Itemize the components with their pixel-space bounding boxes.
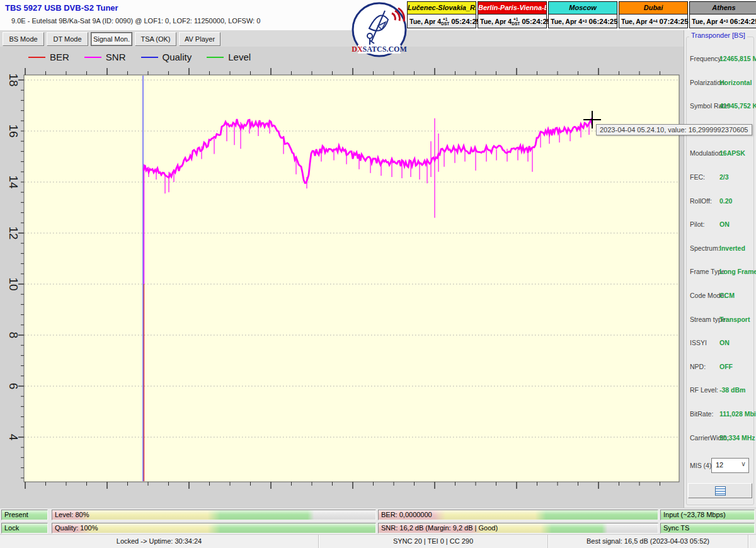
clock-utc-offset: +4: [653, 19, 657, 23]
clock-panel: Berlin-Paris-Vienna-Belgrade Tue, Apr 4 …: [478, 1, 547, 28]
logo-text-rest: SATCS.COM: [363, 45, 407, 54]
status-progress-bar: SNR: 16,2 dB (Margin: 9,2 dB | Good): [378, 523, 658, 534]
clock-time-row: Tue, Apr 4 +3 06:24:25: [549, 14, 617, 28]
status-bar-label: Lock: [4, 524, 19, 532]
clock-city-label: Lučenec-Slovakia_R.Dávid: [408, 2, 476, 14]
stream-list-button[interactable]: [688, 483, 752, 498]
field-value: Horizontal: [719, 79, 752, 86]
status-bar: Locked -> Uptime: 30:34:24SYNC 20 | TEI …: [0, 534, 756, 548]
status-progress-bar: Present: [1, 510, 48, 520]
field-value: Transport: [719, 316, 750, 323]
app-title: TBS 5927 USB DVB-S2 Tuner: [5, 3, 118, 13]
clock-date: Tue, Apr 4: [621, 18, 653, 25]
transponder-field-row: Polarization: Horizontal: [687, 72, 753, 96]
status-progress-bar: Lock: [1, 523, 48, 534]
svg-text:4: 4: [7, 434, 20, 441]
transponder-fields: Frequency: 12465,815 MHz Polarization: H…: [687, 49, 753, 451]
transponder-field-row: RollOff: 0.20: [687, 191, 753, 215]
field-label: Spectrum:: [690, 244, 720, 252]
signal-status-bars: Present Level: 80% BER: 0,0000000 Input …: [0, 508, 756, 535]
legend-item: BER: [28, 52, 69, 62]
clock-utc-offset: +1DST: [512, 17, 520, 26]
legend-item: SNR: [84, 52, 126, 62]
field-label: FEC:: [690, 173, 705, 181]
status-bar-label: Level: 80%: [55, 511, 89, 518]
status-bar-label: Sync TS: [663, 524, 689, 532]
legend-color-line: [141, 57, 158, 58]
transponder-field-row: Modulation: 16APSK: [687, 143, 753, 167]
transponder-groupbox-title: Transponder [BS]: [689, 31, 747, 39]
field-label: RollOff:: [690, 197, 712, 205]
tab-dt-mode[interactable]: DT Mode: [47, 32, 88, 46]
tab-tsa-ok-[interactable]: TSA (OK): [135, 32, 176, 46]
status-bar-section: [748, 535, 756, 548]
field-value: Inverted: [719, 244, 745, 252]
clock-date: Tue, Apr 4: [480, 18, 512, 25]
transponder-field-row: BitRate: 111,028 Mbit/s: [687, 404, 753, 428]
clock-city-label: Dubai: [619, 2, 687, 14]
world-clocks: Lučenec-Slovakia_R.Dávid Tue, Apr 4 +1DS…: [407, 1, 756, 28]
transponder-field-row: ISSYI ON: [687, 333, 753, 357]
legend-label: SNR: [106, 52, 126, 62]
field-value: Long Frame: [719, 268, 756, 275]
mis-selected-value: 12: [716, 461, 723, 469]
transponder-field-row: FEC: 2/3: [687, 167, 753, 191]
legend-color-line: [28, 57, 45, 58]
transponder-field-row: Symbol Rate: 41945,752 KS/s: [687, 96, 753, 120]
transponder-field-row: Spectrum: Inverted: [687, 238, 753, 262]
field-label: NPD:: [690, 363, 706, 370]
field-value: 16APSK: [719, 149, 745, 157]
tab-bs-mode[interactable]: BS Mode: [3, 32, 44, 46]
transponder-field-row: Stream type: Transport: [687, 309, 753, 333]
svg-text:DXSATCS.COM: DXSATCS.COM: [352, 45, 406, 54]
field-value: 12465,815 MHz: [719, 55, 756, 62]
field-value: OFF: [719, 363, 733, 370]
legend-color-line: [84, 57, 101, 58]
tab-av-player[interactable]: AV Player: [179, 32, 220, 46]
clock-time-row: Tue, Apr 4 +1DST 05:24:25: [408, 14, 476, 28]
mis-select[interactable]: 12 ∨: [711, 458, 749, 473]
field-label: BitRate:: [690, 410, 713, 418]
svg-text:14: 14: [7, 175, 20, 189]
clock-utc-offset: +3: [582, 19, 587, 23]
transponder-field-row: CarrierWidth: 50,334 MHz: [687, 428, 753, 452]
legend-item: Level: [207, 52, 251, 62]
tab-signal-mon-[interactable]: Signal Mon.: [91, 32, 132, 46]
field-label: RF Level:: [690, 386, 718, 394]
svg-text:12: 12: [7, 226, 20, 239]
chart-tooltip: 2023-04-04 05.24.10, value: 16,299999237…: [596, 124, 752, 135]
transponder-field-row: Frame Type: Long Frame: [687, 261, 753, 285]
mis-label: MIS (4):: [690, 462, 713, 469]
transponder-field-row: NPD: OFF: [687, 357, 753, 380]
chevron-down-icon: ∨: [741, 460, 746, 468]
field-label: Frequency:: [690, 55, 723, 62]
legend-label: BER: [50, 52, 69, 62]
status-progress-bar: Sync TS: [660, 523, 755, 534]
status-bar-label: BER: 0,0000000: [381, 511, 432, 518]
mis-row: MIS (4): 12 ∨: [690, 458, 750, 473]
snr-history-chart[interactable]: 1816141210864: [0, 47, 684, 508]
svg-text:10: 10: [7, 277, 20, 290]
logo-text-dx: DX: [352, 45, 363, 54]
transponder-groupbox: Transponder [BS] Frequency: 12465,815 MH…: [686, 37, 754, 505]
clock-panel: Dubai Tue, Apr 4 +4 07:24:25: [619, 1, 688, 28]
clock-time-row: Tue, Apr 4 +1DST 05:24:25: [478, 14, 546, 28]
status-bar-section: Best signal: 16,5 dB (2023-04-03 05:52): [548, 535, 748, 548]
field-label: ISSYI: [690, 339, 707, 346]
clock-time-row: Tue, Apr 4 +3 06:24:25: [690, 14, 756, 28]
field-value: 0.20: [719, 197, 732, 205]
clock-date: Tue, Apr 4: [551, 18, 582, 25]
clock-panel: Athens Tue, Apr 4 +3 06:24:25: [689, 1, 756, 28]
clock-time: 05:24:25: [451, 18, 480, 25]
field-value: ON: [719, 220, 730, 228]
legend-label: Level: [228, 52, 251, 62]
clock-city-label: Athens: [690, 2, 756, 14]
clock-panel: Lučenec-Slovakia_R.Dávid Tue, Apr 4 +1DS…: [407, 1, 476, 28]
status-bar-label: Quality: 100%: [55, 524, 98, 532]
dxsatcs-logo: DXSATCS.COM: [350, 1, 408, 59]
status-bar-section: SYNC 20 | TEI 0 | CC 290: [319, 535, 548, 548]
satellite-dish-icon: DXSATCS.COM: [350, 1, 408, 59]
clock-utc-offset: +3: [723, 19, 728, 23]
status-bar-section: Locked -> Uptime: 30:34:24: [0, 535, 319, 548]
status-bar-label: SNR: 16,2 dB (Margin: 9,2 dB | Good): [381, 524, 498, 532]
